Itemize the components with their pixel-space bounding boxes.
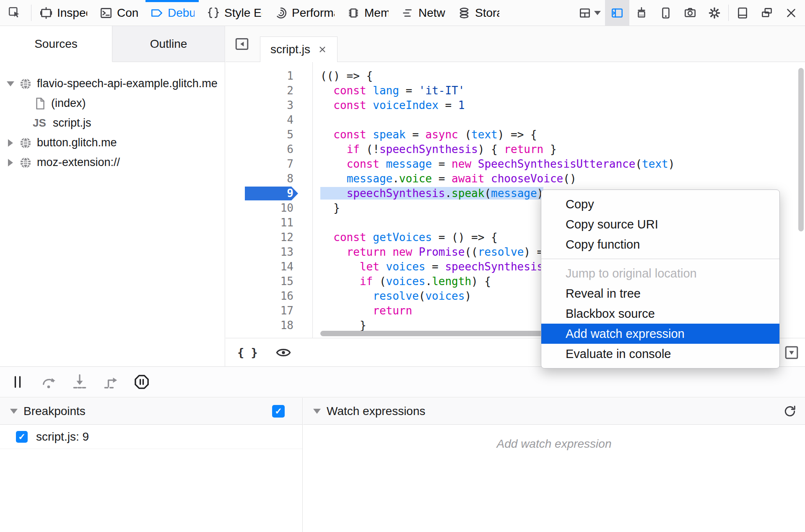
step-out-button[interactable] [101,373,120,391]
tab-inspector[interactable]: Inspector [33,0,93,26]
twisty-open-icon[interactable] [4,81,17,86]
breakpoints-title: Breakpoints [23,405,86,418]
file-tab-scriptjs[interactable]: script.js [260,36,338,62]
code-line-8: message.voice = await chooseVoice() [320,171,805,186]
tab-memory[interactable]: Memory [340,0,395,26]
tab-label: Storage [475,6,499,20]
gutter-line-11[interactable]: 11 [226,215,312,230]
gutter-line-10[interactable]: 10 [226,201,312,215]
tab-sources[interactable]: Sources [0,26,112,62]
tab-label: Console [117,6,138,20]
gutter-line-8[interactable]: 8 [226,171,312,186]
tab-network[interactable]: Network [395,0,451,26]
menu-item-add-watch-expression[interactable]: Add watch expression [541,324,779,344]
gutter-line-15[interactable]: 15 [226,274,312,289]
source-tree-label: (index) [51,97,86,110]
tab-console[interactable]: Console [93,0,144,26]
menu-item-copy[interactable]: Copy [541,194,779,214]
pause-exceptions-icon [132,373,151,391]
gutter-line-3[interactable]: 3 [226,98,312,113]
gutter-line-9[interactable]: 9 [226,186,312,201]
step-over-icon [39,373,58,391]
gutter-line-6[interactable]: 6 [226,142,312,157]
blackbox-eye-button[interactable] [275,344,292,361]
tab-performance[interactable]: Performance [268,0,340,26]
source-tree-item[interactable]: JSscript.js [0,113,225,133]
tab-styleeditor[interactable]: Style Editor [200,0,268,26]
bottom-panels: Breakpoints ✓ ✓script.js: 9 Watch expres… [0,398,805,532]
inspector-icon [39,6,53,20]
refresh-icon[interactable] [782,404,797,419]
menu-item-blackbox-source[interactable]: Blackbox source [541,304,779,324]
twisty-closed-icon[interactable] [4,139,17,147]
gutter-line-17[interactable]: 17 [226,304,312,318]
expand-panel-button[interactable] [783,344,800,361]
split-console-button[interactable] [605,0,629,26]
device-button[interactable] [730,0,755,26]
add-watch-expression-placeholder[interactable]: Add watch expression [303,437,805,451]
split-console-icon [610,6,624,20]
globe-icon [18,77,33,91]
breakpoints-header[interactable]: Breakpoints ✓ [0,398,302,425]
gutter-line-1[interactable]: 1 [226,69,312,83]
gutter-line-18[interactable]: 18 [226,318,312,333]
camera-icon [683,6,697,20]
gutter-line-16[interactable]: 16 [226,289,312,304]
source-tree-item[interactable]: button.glitch.me [0,133,225,153]
toolbar-right-buttons [574,0,805,26]
close-devtools-button[interactable] [779,0,803,26]
pause-on-exceptions-button[interactable] [132,373,151,391]
globe-icon [18,136,33,150]
paintbrush-button[interactable] [629,0,654,26]
gutter-line-12[interactable]: 12 [226,230,312,245]
step-over-button[interactable] [39,373,58,391]
twisty-closed-icon[interactable] [4,159,17,166]
close-tab-button[interactable] [318,45,327,54]
close-icon [318,45,327,54]
line-number-gutter[interactable]: 123456789101112131415161718 [226,62,313,338]
step-in-button[interactable] [70,373,89,391]
gutter-line-5[interactable]: 5 [226,127,312,142]
gutter-line-4[interactable]: 4 [226,113,312,127]
pick-element-button[interactable] [0,0,29,26]
settings-button[interactable] [702,0,727,26]
dock-side-button[interactable] [574,0,605,26]
screenshot-button[interactable] [678,0,702,26]
phone-icon [659,6,673,20]
js-badge: JS [33,117,49,130]
breakpoint-label: script.js: 9 [36,430,89,444]
vertical-scrollbar[interactable] [798,68,804,231]
tab-storage[interactable]: Storage [451,0,505,26]
menu-item-reveal-in-tree[interactable]: Reveal in tree [541,283,779,304]
breakpoint-checkbox[interactable]: ✓ [16,431,28,443]
tablet-icon [735,6,750,20]
toggle-all-breakpoints-checkbox[interactable]: ✓ [272,405,285,418]
tab-outline[interactable]: Outline [112,26,225,62]
gutter-line-13[interactable]: 13 [226,245,312,260]
source-tree-item[interactable]: moz-extension:// [0,153,225,172]
source-tree-item[interactable]: (index) [0,93,225,113]
menu-item-evaluate-in-console[interactable]: Evaluate in console [541,344,779,364]
watch-expressions-header[interactable]: Watch expressions [303,398,805,425]
menu-item-copy-function[interactable]: Copy function [541,234,779,254]
gutter-line-2[interactable]: 2 [226,83,312,98]
tab-debugger[interactable]: Debugger [144,0,200,26]
chevron-down-icon[interactable] [311,409,323,414]
chevron-down-icon[interactable] [8,409,20,414]
collapse-sources-pane-button[interactable] [232,34,252,54]
source-tree: flavio-speech-api-example.glitch.me(inde… [0,62,225,172]
gutter-line-14[interactable]: 14 [226,260,312,274]
collapse-panel-icon [234,36,250,52]
breakpoint-row[interactable]: ✓script.js: 9 [0,425,302,449]
debugger-controls-bar [0,366,805,397]
code-line-5: const speak = async (text) => { [320,127,805,142]
windows-button[interactable] [755,0,779,26]
pretty-print-button[interactable]: { } [237,346,258,359]
source-tree-item[interactable]: flavio-speech-api-example.glitch.me [0,74,225,93]
menu-item-copy-source-uri[interactable]: Copy source URI [541,214,779,234]
menu-item-jump-to-original-location: Jump to original location [541,263,779,283]
pick-element-icon [8,6,22,20]
pause-button[interactable] [8,373,27,391]
responsive-mode-button[interactable] [654,0,678,26]
gutter-line-7[interactable]: 7 [226,157,312,171]
